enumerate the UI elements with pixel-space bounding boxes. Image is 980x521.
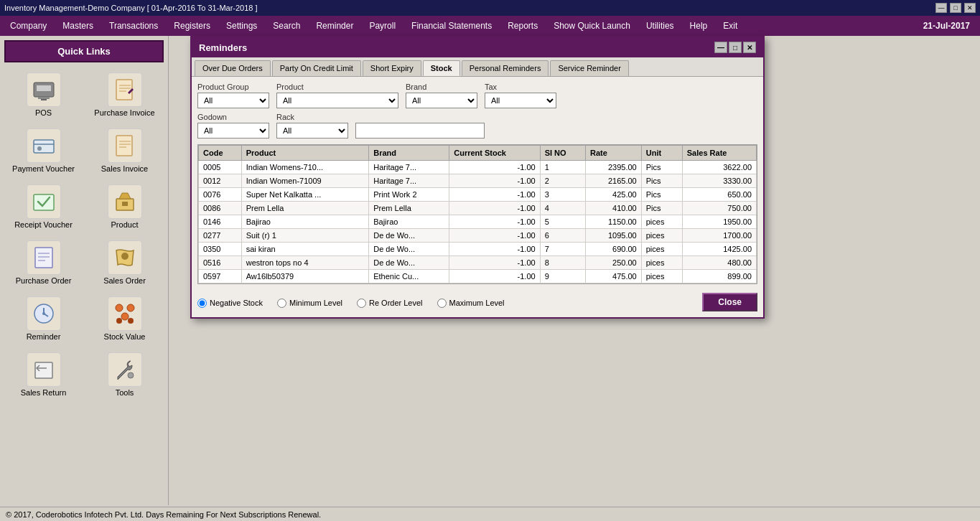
dialog-close-button[interactable]: ✕ bbox=[743, 42, 756, 53]
rack-filter: Rack All bbox=[276, 113, 348, 139]
status-text: © 2017, Coderobotics Infotech Pvt. Ltd. … bbox=[6, 510, 321, 519]
sidebar-item-sales-order[interactable]: Sales Order bbox=[85, 236, 164, 289]
menu-financial-statements[interactable]: Financial Statements bbox=[404, 18, 499, 34]
radio-minimum-level[interactable]: Minimum Level bbox=[277, 299, 342, 308]
svg-point-29 bbox=[121, 313, 129, 320]
godown-select[interactable]: All bbox=[197, 123, 269, 139]
status-bar: © 2017, Coderobotics Infotech Pvt. Ltd. … bbox=[0, 507, 980, 521]
table-row[interactable]: 0277 Suit (r) 1 De de Wo... -1.00 6 1095… bbox=[199, 229, 757, 243]
sidebar-item-receipt-voucher[interactable]: Receipt Voucher bbox=[4, 180, 83, 233]
table-row[interactable]: 0146 Bajirao Bajirao -1.00 5 1150.00 pic… bbox=[199, 215, 757, 229]
sidebar-item-sales-invoice[interactable]: Sales Invoice bbox=[85, 124, 164, 177]
dialog-minimize-button[interactable]: — bbox=[714, 42, 727, 53]
sidebar-item-purchase-order[interactable]: Purchase Order bbox=[4, 236, 83, 289]
radio-negative-stock[interactable]: Negative Stock bbox=[197, 299, 263, 308]
table-row[interactable]: 0005 Indian Womens-710... Haritage 7... … bbox=[199, 161, 757, 174]
col-product: Product bbox=[241, 146, 369, 161]
svg-point-22 bbox=[121, 253, 129, 260]
rack-label: Rack bbox=[276, 113, 348, 121]
table-row[interactable]: 0076 Super Net Kalkatta ... Print Work 2… bbox=[199, 188, 757, 202]
filter-row-2: Godown All Rack All bbox=[197, 113, 757, 139]
menu-registers[interactable]: Registers bbox=[167, 18, 218, 34]
svg-rect-18 bbox=[35, 248, 52, 268]
stock-table: Code Product Brand Current Stock SI NO R… bbox=[198, 145, 757, 283]
menu-reports[interactable]: Reports bbox=[500, 18, 545, 34]
svg-rect-1 bbox=[37, 85, 51, 91]
search-input[interactable] bbox=[355, 123, 485, 139]
product-select[interactable]: All bbox=[276, 93, 398, 108]
tab-personal-reminders[interactable]: Personal Reminders bbox=[462, 60, 549, 76]
tab-service-reminder[interactable]: Service Reminder bbox=[550, 60, 628, 76]
sidebar-item-product[interactable]: Product bbox=[85, 180, 164, 233]
pos-icon bbox=[27, 72, 61, 107]
sidebar-item-purchase-invoice[interactable]: Purchase Invoice bbox=[85, 68, 164, 121]
table-row[interactable]: 0516 westron tops no 4 De de Wo... -1.00… bbox=[199, 256, 757, 270]
menu-masters[interactable]: Masters bbox=[55, 18, 101, 34]
brand-select[interactable]: All bbox=[406, 93, 477, 108]
svg-rect-4 bbox=[116, 80, 132, 100]
svg-rect-2 bbox=[38, 97, 50, 99]
sidebar-item-tools[interactable]: Tools bbox=[85, 348, 164, 401]
main-area: Quick Links POS Purchase Invoice bbox=[0, 36, 980, 505]
svg-rect-32 bbox=[35, 362, 52, 378]
radio-reorder-level[interactable]: Re Order Level bbox=[357, 299, 423, 308]
sidebar-label-purchase-order: Purchase Order bbox=[16, 276, 72, 285]
dialog-restore-button[interactable]: □ bbox=[729, 42, 742, 53]
menu-payroll[interactable]: Payroll bbox=[362, 18, 403, 34]
tab-party-credit-limit[interactable]: Party On Credit Limit bbox=[272, 60, 361, 76]
menu-search[interactable]: Search bbox=[266, 18, 307, 34]
menu-utilities[interactable]: Utilities bbox=[639, 18, 681, 34]
reminder-icon bbox=[27, 296, 61, 331]
radio-maximum-level[interactable]: Maximum Level bbox=[437, 299, 505, 308]
close-window-button[interactable]: ✕ bbox=[964, 3, 976, 13]
svg-point-27 bbox=[116, 304, 123, 311]
godown-filter: Godown All bbox=[197, 113, 269, 139]
col-rate: Rate bbox=[585, 146, 641, 161]
sidebar-item-stock-value[interactable]: Stock Value bbox=[85, 292, 164, 345]
table-row[interactable]: 0597 Aw16lb50379 Ethenic Cu... -1.00 9 4… bbox=[199, 270, 757, 283]
sidebar-label-purchase-invoice: Purchase Invoice bbox=[94, 108, 154, 117]
table-row[interactable]: 0012 Indian Women-71009 Haritage 7... -1… bbox=[199, 174, 757, 188]
tab-overdue-orders[interactable]: Over Due Orders bbox=[195, 60, 271, 76]
table-row[interactable]: 0350 sai kiran De de Wo... -1.00 7 690.0… bbox=[199, 243, 757, 256]
svg-point-30 bbox=[116, 318, 122, 324]
product-group-filter: Product Group All bbox=[197, 83, 269, 108]
product-group-select[interactable]: All bbox=[197, 93, 269, 108]
sidebar-item-pos[interactable]: POS bbox=[4, 68, 83, 121]
menu-transactions[interactable]: Transactions bbox=[102, 18, 165, 34]
sidebar-label-product: Product bbox=[111, 220, 139, 229]
menu-exit[interactable]: Exit bbox=[716, 18, 745, 34]
table-row[interactable]: 0086 Prem Lella Prem Lella -1.00 4 410.0… bbox=[199, 202, 757, 215]
maximize-button[interactable]: □ bbox=[950, 3, 961, 13]
menu-settings[interactable]: Settings bbox=[219, 18, 264, 34]
product-group-label: Product Group bbox=[197, 83, 269, 91]
tax-label: Tax bbox=[485, 83, 556, 91]
svg-point-28 bbox=[127, 304, 134, 311]
svg-point-34 bbox=[128, 372, 134, 378]
table-container[interactable]: Code Product Brand Current Stock SI NO R… bbox=[197, 144, 757, 284]
brand-filter: Brand All bbox=[406, 83, 477, 108]
svg-rect-8 bbox=[34, 140, 54, 153]
svg-point-10 bbox=[37, 146, 42, 151]
menu-company[interactable]: Company bbox=[3, 18, 54, 34]
minimize-button[interactable]: — bbox=[935, 3, 947, 13]
sidebar-item-sales-return[interactable]: Sales Return bbox=[4, 348, 83, 401]
menu-reminder[interactable]: Reminder bbox=[309, 18, 360, 34]
sidebar-label-receipt-voucher: Receipt Voucher bbox=[14, 220, 73, 229]
sidebar-item-payment-voucher[interactable]: Payment Voucher bbox=[4, 124, 83, 177]
menu-quick-launch[interactable]: Show Quick Launch bbox=[546, 18, 638, 34]
current-date: 21-Jul-2017 bbox=[916, 18, 977, 34]
tax-select[interactable]: All bbox=[485, 93, 556, 108]
tab-short-expiry[interactable]: Short Expiry bbox=[363, 60, 421, 76]
close-button[interactable]: Close bbox=[702, 293, 757, 311]
sidebar-item-reminder[interactable]: Reminder bbox=[4, 292, 83, 345]
product-filter: Product All bbox=[276, 83, 398, 108]
app-title: Inventory Management-Demo Company [ 01-A… bbox=[4, 4, 258, 12]
menu-help[interactable]: Help bbox=[683, 18, 715, 34]
receipt-voucher-icon bbox=[27, 184, 61, 219]
svg-rect-17 bbox=[122, 202, 128, 206]
search-label bbox=[355, 113, 485, 121]
tab-stock[interactable]: Stock bbox=[423, 60, 460, 76]
rack-select[interactable]: All bbox=[276, 123, 348, 139]
sidebar: Quick Links POS Purchase Invoice bbox=[0, 36, 169, 505]
